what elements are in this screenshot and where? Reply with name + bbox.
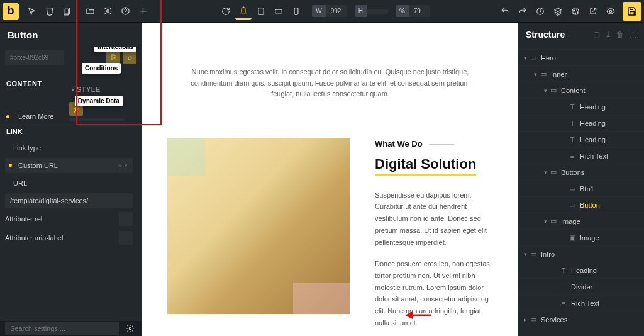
tree-node-image[interactable]: ▣Image xyxy=(518,229,644,245)
pointer-icon[interactable] xyxy=(24,3,40,20)
external-icon[interactable] xyxy=(585,3,601,20)
canvas[interactable]: Nunc maximus egestas velit, in consequat… xyxy=(142,23,518,336)
structure-download-icon[interactable]: ⤓ xyxy=(605,30,611,39)
footer-gear-icon[interactable] xyxy=(124,322,136,335)
tree-node-services[interactable]: ▸▭Services xyxy=(518,311,644,327)
tree-node-heading[interactable]: THeading xyxy=(518,131,644,147)
help-icon[interactable] xyxy=(117,3,133,20)
width-input[interactable]: W992 xyxy=(312,5,347,17)
svg-rect-4 xyxy=(258,8,264,14)
svg-marker-12 xyxy=(405,311,413,319)
pages-icon[interactable] xyxy=(59,3,75,20)
tree-node-hero[interactable]: ▾▭Hero xyxy=(518,49,644,65)
structure-expand-icon[interactable]: ⛶ xyxy=(629,30,636,39)
text-value[interactable]: Learn More xyxy=(13,113,64,120)
tree-node-heading[interactable]: THeading xyxy=(518,115,644,131)
tree-node-intro[interactable]: ▾▭Intro xyxy=(518,245,644,262)
tooltip-interactions: Interactions xyxy=(94,47,136,52)
conditions-icon[interactable]: ⌕ xyxy=(123,50,136,64)
canvas-intro-text: Nunc maximus egestas velit, in consequat… xyxy=(142,23,518,113)
attr-aria-row[interactable]: Attribute: aria-label xyxy=(0,228,138,247)
breakpoint-base-icon[interactable] xyxy=(235,3,252,20)
tree-node-divider[interactable]: —Divider xyxy=(518,278,644,294)
tree-node-heading[interactable]: THeading xyxy=(518,98,644,115)
svg-point-2 xyxy=(106,10,109,13)
logo[interactable]: b xyxy=(3,3,19,20)
link-type-label: Link type xyxy=(8,144,138,152)
link-section-header: LINK xyxy=(0,121,142,139)
folder-icon[interactable] xyxy=(82,3,98,20)
tree-node-button[interactable]: ▭Button xyxy=(518,196,644,213)
topbar: b W992 H %79 xyxy=(0,0,644,23)
tooltip-conditions: Conditions xyxy=(82,63,121,74)
tree-node-content[interactable]: ▾▭Content xyxy=(518,82,644,98)
canvas-p1: Suspendisse eu dapibus lorem. Curabitur … xyxy=(375,189,493,248)
tree-node-heading[interactable]: THeading xyxy=(518,262,644,278)
svg-point-10 xyxy=(129,327,131,330)
url-label: URL xyxy=(8,179,138,187)
canvas-heading: Digital Solution xyxy=(375,156,476,176)
undo-icon[interactable] xyxy=(497,3,513,20)
canvas-eyebrow: What We Do xyxy=(375,139,493,148)
structure-panel: Structure ▢ ⤓ 🗑 ⛶ ▾▭Hero▾▭Inner▾▭Content… xyxy=(518,23,644,336)
add-icon[interactable] xyxy=(135,3,151,20)
svg-rect-5 xyxy=(275,9,282,13)
tree-node-rich-text[interactable]: ≡Rich Text xyxy=(518,294,644,311)
height-input[interactable]: H xyxy=(355,5,388,17)
interactions-icon[interactable]: ⎘ xyxy=(106,50,120,64)
tree-node-buttons[interactable]: ▾▭Buttons xyxy=(518,164,644,180)
element-id[interactable]: #brxe-892c69 xyxy=(5,50,64,65)
redo-icon[interactable] xyxy=(514,3,531,20)
panel-title: Button xyxy=(8,30,134,40)
tree-node-rich-text[interactable]: ≡Rich Text xyxy=(518,147,644,164)
preview-icon[interactable] xyxy=(602,3,619,20)
canvas-image-placeholder xyxy=(167,138,350,314)
attr-rel-row[interactable]: Attribute: rel xyxy=(0,210,138,228)
tree-node-image[interactable]: ▾▭Image xyxy=(518,213,644,229)
annotation-arrow-icon xyxy=(405,310,431,321)
breakpoint-mobile-icon[interactable] xyxy=(288,3,304,20)
breakpoint-landscape-icon[interactable] xyxy=(270,3,287,20)
tree-node-btn1[interactable]: ▭Btn1 xyxy=(518,180,644,196)
breakpoint-tablet-icon[interactable] xyxy=(253,3,269,20)
url-input[interactable]: /template/digital-services/ xyxy=(5,193,133,208)
tooltip-dynamic: Dynamic Data xyxy=(75,96,123,106)
canvas-p2: Donec posuere eros leo, non egestas tort… xyxy=(375,258,493,328)
tab-content[interactable]: CONTENT xyxy=(5,76,64,91)
link-type-select[interactable]: Custom URL× ▾ xyxy=(5,158,133,173)
structure-trash-icon[interactable]: 🗑 xyxy=(616,30,624,39)
refresh-icon[interactable] xyxy=(218,3,234,20)
zoom-input[interactable]: %79 xyxy=(396,5,430,17)
css-icon[interactable] xyxy=(42,3,58,20)
svg-rect-6 xyxy=(294,8,298,14)
svg-point-9 xyxy=(609,10,612,13)
settings-icon[interactable] xyxy=(99,3,116,20)
save-button[interactable] xyxy=(623,2,641,21)
structure-title: Structure xyxy=(526,30,589,40)
layers-icon[interactable] xyxy=(550,3,566,20)
wordpress-icon[interactable] xyxy=(567,3,584,20)
tree-node-inner[interactable]: ▾▭Inner xyxy=(518,65,644,82)
revisions-icon[interactable] xyxy=(532,3,548,20)
left-panel: Button #brxe-892c69 CONTENT Learn More S… xyxy=(0,23,142,336)
structure-box-icon[interactable]: ▢ xyxy=(593,30,600,39)
search-settings-input[interactable]: Search settings ... xyxy=(5,322,119,335)
